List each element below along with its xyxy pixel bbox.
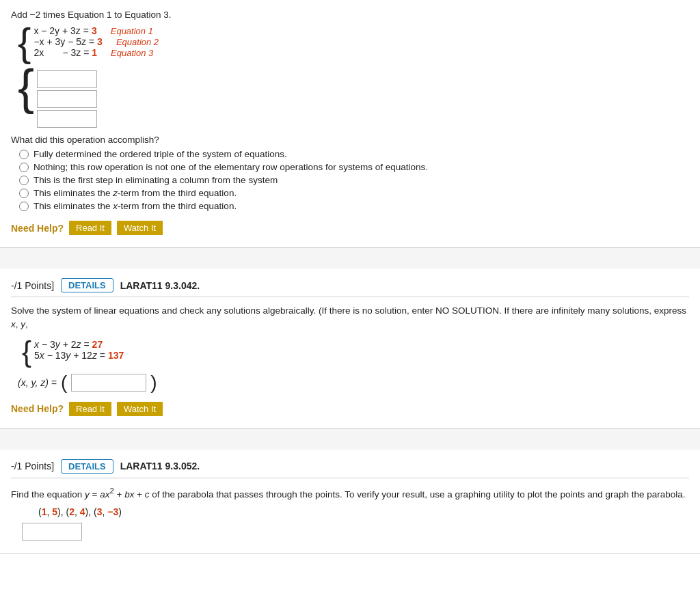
option-4[interactable]: This eliminates the z-term from the thir… <box>19 188 689 198</box>
section-2: -/1 Points] DETAILS LARAT11 9.3.042. Sol… <box>0 269 700 429</box>
section-2-header: -/1 Points] DETAILS LARAT11 9.3.042. <box>11 278 689 297</box>
points-label-2: -/1 Points] <box>11 280 54 291</box>
radio-option-5[interactable] <box>19 202 29 211</box>
watch-it-button-2[interactable]: Watch It <box>117 402 163 416</box>
input-system-1: { <box>18 66 689 128</box>
parabola-input[interactable] <box>22 523 82 541</box>
option-2[interactable]: Nothing; this row operation is not one o… <box>19 162 689 172</box>
section-3: -/1 Points] DETAILS LARAT11 9.3.052. Fin… <box>0 450 700 554</box>
equation2-line-1: x − 3y + 2z = 27 <box>34 339 124 350</box>
option-1-label: Fully determined the ordered triple of t… <box>33 149 287 159</box>
input-box-row1[interactable] <box>37 70 97 88</box>
option-5[interactable]: This eliminates the x-term from the thir… <box>19 201 689 211</box>
option-5-label: This eliminates the x-term from the thir… <box>33 201 237 211</box>
radio-option-1[interactable] <box>19 150 29 159</box>
radio-option-4[interactable] <box>19 189 29 198</box>
equation-system-1: { x − 2y + 3z = 3 Equation 1 −x + 3y − 5… <box>18 25 689 62</box>
equation2-line-2: 5x − 13y + 12z = 137 <box>34 350 124 361</box>
equations-block-1: x − 2y + 3z = 3 Equation 1 −x + 3y − 5z … <box>33 25 159 58</box>
need-help-row-1: Need Help? Read It Watch It <box>11 221 689 235</box>
watch-it-button-1[interactable]: Watch It <box>117 221 163 235</box>
radio-option-2[interactable] <box>19 163 29 172</box>
input-box-row3[interactable] <box>37 110 97 128</box>
top-instruction: Add −2 times Equation 1 to Equation 3. <box>11 10 689 20</box>
option-4-label: This eliminates the z-term from the thir… <box>33 188 237 198</box>
need-help-row-2: Need Help? Read It Watch It <box>11 402 689 416</box>
radio-option-3[interactable] <box>19 176 29 185</box>
xyz-input[interactable] <box>71 374 146 392</box>
close-paren: ) <box>150 373 157 392</box>
equation-line-2: −x + 3y − 5z = 3 Equation 2 <box>33 36 159 47</box>
problem-id-2: LARAT11 9.3.042. <box>120 280 200 291</box>
brace-icon-3: { <box>22 338 31 366</box>
equations-block-2: x − 3y + 2z = 27 5x − 13y + 12z = 137 <box>34 339 124 361</box>
input-boxes-group <box>37 70 97 128</box>
option-2-label: Nothing; this row operation is not one o… <box>33 162 428 172</box>
read-it-button-2[interactable]: Read It <box>69 402 111 416</box>
need-help-label-1: Need Help? <box>11 223 64 234</box>
what-did-section: What did this operation accomplish? Full… <box>11 135 689 211</box>
option-3-label: This is the first step in eliminating a … <box>33 175 278 185</box>
option-3[interactable]: This is the first step in eliminating a … <box>19 175 689 185</box>
question-text: What did this operation accomplish? <box>11 135 689 145</box>
parabola-points: (1, 5), (2, 4), (3, −3) <box>38 506 689 517</box>
solve-instruction: Solve the system of linear equations and… <box>11 304 689 332</box>
points-label-3: -/1 Points] <box>11 461 54 472</box>
section-gap-2 <box>0 429 700 450</box>
input-box-row2[interactable] <box>37 90 97 108</box>
equation-line-3: 2x − 3z = 1 Equation 3 <box>33 47 159 58</box>
read-it-button-1[interactable]: Read It <box>69 221 111 235</box>
brace-icon-2: { <box>18 62 34 111</box>
problem-id-3: LARAT11 9.3.052. <box>120 461 200 472</box>
details-badge-2: DETAILS <box>61 278 113 292</box>
equation-line-1: x − 2y + 3z = 3 Equation 1 <box>33 25 159 36</box>
need-help-label-2: Need Help? <box>11 403 64 414</box>
brace-icon-1: { <box>18 23 31 62</box>
xyz-answer-row: (x, y, z) = ( ) <box>18 373 689 392</box>
option-1[interactable]: Fully determined the ordered triple of t… <box>19 149 689 159</box>
xyz-label: (x, y, z) = <box>18 377 57 388</box>
open-paren: ( <box>61 373 67 392</box>
section-3-header: -/1 Points] DETAILS LARAT11 9.3.052. <box>11 459 689 478</box>
parabola-instruction: Find the equation y = ax2 + bx + c of th… <box>11 485 689 502</box>
details-badge-3: DETAILS <box>61 459 113 474</box>
section-1: Add −2 times Equation 1 to Equation 3. {… <box>0 0 700 248</box>
section-gap-1 <box>0 248 700 269</box>
equation-system-2: { x − 3y + 2z = 27 5x − 13y + 12z = 137 <box>22 339 689 366</box>
